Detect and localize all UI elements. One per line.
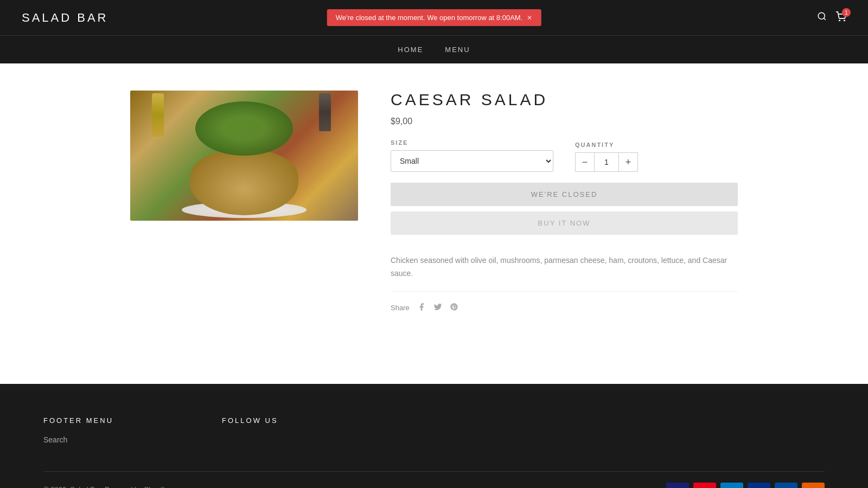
bottle-left bbox=[152, 93, 164, 137]
copyright-text: © 2022, Salad Bar. bbox=[43, 485, 103, 488]
share-facebook-icon[interactable] bbox=[417, 303, 426, 313]
product-options-row: SIZE Small Medium Large QUANTITY − 1 + bbox=[391, 139, 738, 172]
notice-text: We're closed at the moment. We open tomo… bbox=[336, 14, 523, 22]
svg-point-3 bbox=[844, 20, 845, 21]
salad-greens bbox=[195, 101, 293, 156]
product-price: $9,00 bbox=[391, 117, 738, 126]
main-nav: HOME MENU bbox=[0, 35, 868, 63]
svg-line-1 bbox=[824, 18, 825, 20]
footer-copyright: © 2022, Salad Bar. Powered by Shopify bbox=[43, 485, 168, 488]
nav-menu[interactable]: MENU bbox=[445, 46, 470, 54]
product-image-wrapper bbox=[130, 91, 358, 221]
size-option-group: SIZE Small Medium Large bbox=[391, 139, 553, 172]
cart-count: 1 bbox=[842, 8, 851, 17]
cart-icon-wrapper[interactable]: 1 bbox=[835, 11, 846, 24]
quantity-stepper: − 1 + bbox=[575, 152, 738, 172]
salad-bowl bbox=[190, 150, 298, 215]
product-image bbox=[130, 91, 358, 221]
product-info: CAESAR SALAD $9,00 SIZE Small Medium Lar… bbox=[391, 91, 738, 313]
quantity-value: 1 bbox=[595, 152, 618, 172]
footer-follow-section: FOLLOW US bbox=[222, 416, 278, 444]
svg-point-0 bbox=[818, 12, 825, 19]
mastercard-payment-icon: MC bbox=[693, 483, 716, 488]
footer-follow-title: FOLLOW US bbox=[222, 416, 278, 425]
nav-home[interactable]: HOME bbox=[398, 46, 423, 54]
product-description: Chicken seasoned with olive oil, mushroo… bbox=[391, 254, 738, 292]
share-row: Share bbox=[391, 303, 738, 313]
amex-payment-icon: AMEX bbox=[720, 483, 743, 488]
footer-top: FOOTER MENU Search FOLLOW US bbox=[43, 416, 825, 444]
share-pinterest-icon[interactable] bbox=[450, 303, 458, 313]
notice-close-button[interactable]: ✕ bbox=[527, 14, 532, 22]
search-icon[interactable] bbox=[817, 11, 827, 24]
buy-it-now-button[interactable]: BUY IT NOW bbox=[391, 211, 738, 235]
quantity-label: QUANTITY bbox=[575, 142, 738, 148]
share-twitter-icon[interactable] bbox=[433, 303, 442, 313]
site-logo: SALAD BAR bbox=[22, 11, 108, 25]
powered-by-shopify-link[interactable]: Powered by Shopify bbox=[105, 485, 168, 488]
product-title: CAESAR SALAD bbox=[391, 91, 738, 109]
closed-notice: We're closed at the moment. We open tomo… bbox=[327, 9, 541, 26]
paypal-payment-icon: PP bbox=[748, 483, 770, 488]
footer-menu-title: FOOTER MENU bbox=[43, 416, 113, 425]
quantity-option-group: QUANTITY − 1 + bbox=[575, 142, 738, 172]
powered-by-text: Powered by Shopify bbox=[105, 485, 168, 488]
header: SALAD BAR We're closed at the moment. We… bbox=[0, 0, 868, 35]
share-label: Share bbox=[391, 304, 410, 312]
main-content: CAESAR SALAD $9,00 SIZE Small Medium Lar… bbox=[108, 63, 760, 341]
footer-search-link[interactable]: Search bbox=[43, 435, 113, 444]
payment-icons: VISA MC AMEX PP DC DISC bbox=[666, 483, 825, 488]
svg-point-2 bbox=[839, 20, 840, 21]
footer-bottom: © 2022, Salad Bar. Powered by Shopify VI… bbox=[43, 471, 825, 488]
visa-payment-icon: VISA bbox=[666, 483, 689, 488]
quantity-decrease-button[interactable]: − bbox=[575, 152, 595, 172]
product-layout: CAESAR SALAD $9,00 SIZE Small Medium Lar… bbox=[130, 91, 738, 313]
size-label: SIZE bbox=[391, 139, 553, 146]
we-are-closed-button[interactable]: WE'RE CLOSED bbox=[391, 183, 738, 206]
footer-menu-section: FOOTER MENU Search bbox=[43, 416, 113, 444]
size-select[interactable]: Small Medium Large bbox=[391, 150, 553, 172]
discover-payment-icon: DISC bbox=[802, 483, 825, 488]
header-icons: 1 bbox=[817, 11, 846, 24]
bottle-right bbox=[319, 93, 331, 131]
quantity-increase-button[interactable]: + bbox=[618, 152, 638, 172]
footer: FOOTER MENU Search FOLLOW US © 2022, Sal… bbox=[0, 384, 868, 488]
diners-payment-icon: DC bbox=[775, 483, 797, 488]
